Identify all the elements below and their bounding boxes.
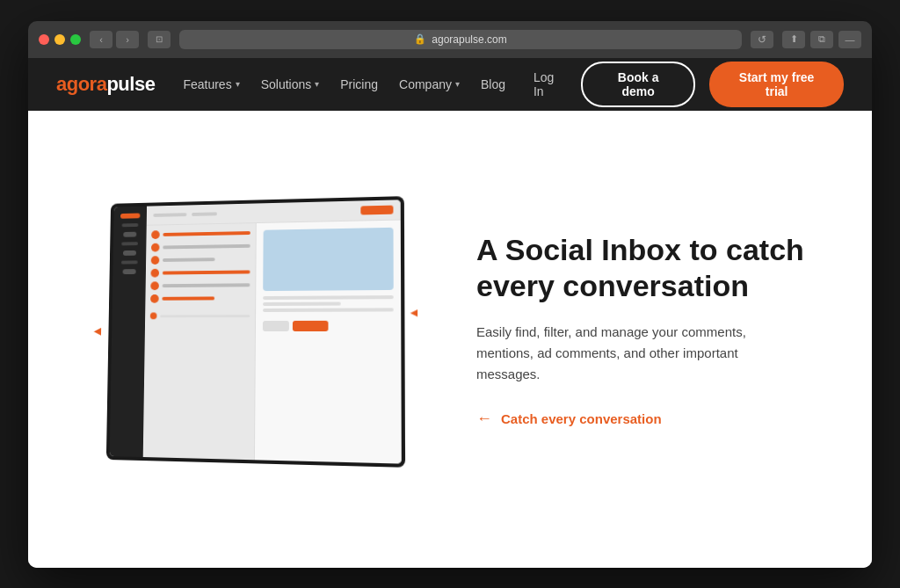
footer-dot xyxy=(150,312,157,319)
back-button[interactable]: ‹ xyxy=(90,31,112,48)
cta-label: Catch every conversation xyxy=(501,411,662,426)
list-item xyxy=(150,280,250,290)
detail-line xyxy=(263,308,394,312)
right-arrow-icon: ◂ xyxy=(410,303,418,321)
start-trial-button[interactable]: Start my free trial xyxy=(709,62,844,107)
browser-right-buttons: ⬆ ⧉ — xyxy=(782,31,861,48)
mockup-outer xyxy=(106,196,405,468)
detail-line xyxy=(263,295,394,300)
sidebar-item xyxy=(122,223,139,227)
detail-buttons xyxy=(263,320,394,330)
tab-button[interactable]: ⊡ xyxy=(148,31,171,48)
hero-cta-link[interactable]: ← Catch every conversation xyxy=(476,410,819,428)
close-button[interactable] xyxy=(39,34,49,45)
list-item xyxy=(151,229,250,239)
list-item xyxy=(150,294,250,303)
sidebar-item xyxy=(123,231,136,236)
login-button[interactable]: Log In xyxy=(533,70,567,98)
detail-image xyxy=(263,227,394,290)
sidebar-item xyxy=(121,260,138,264)
sidebar-item xyxy=(120,213,141,218)
site-navigation: agorapulse Features ▾ Solutions ▾ Pricin… xyxy=(28,58,872,111)
nav-blog[interactable]: Blog xyxy=(481,77,505,91)
hero-section: ◂ ◂ A Social Inbox to catch every conver… xyxy=(28,111,872,568)
list-line xyxy=(163,231,250,236)
hero-content: A Social Inbox to catch every conversati… xyxy=(459,232,819,428)
logo-agora: agora xyxy=(56,73,106,95)
chevron-down-icon: ▾ xyxy=(315,79,319,89)
nav-links: Features ▾ Solutions ▾ Pricing Company ▾… xyxy=(183,77,505,91)
list-dot xyxy=(150,294,159,302)
address-bar[interactable]: 🔒 agorapulse.com xyxy=(179,30,742,49)
mockup-sidebar xyxy=(110,206,147,456)
maximize-button[interactable] xyxy=(70,34,81,45)
detail-btn-orange xyxy=(293,320,329,330)
chevron-down-icon: ▾ xyxy=(455,79,460,89)
left-arrow-icon: ◂ xyxy=(94,321,102,339)
hero-description: Easily find, filter, and manage your com… xyxy=(476,322,775,385)
list-item xyxy=(150,267,250,277)
list-item xyxy=(151,241,250,251)
mockup-detail xyxy=(255,220,402,463)
browser-window: ‹ › ⊡ 🔒 agorapulse.com ↺ ⬆ ⧉ — agorapuls… xyxy=(28,21,872,568)
nav-pricing[interactable]: Pricing xyxy=(340,77,378,91)
list-footer xyxy=(150,312,250,319)
nav-company[interactable]: Company ▾ xyxy=(399,77,460,91)
site-logo[interactable]: agorapulse xyxy=(56,73,155,96)
share-button[interactable]: ⬆ xyxy=(782,31,805,48)
list-dot xyxy=(151,243,160,251)
app-mockup: ◂ ◂ xyxy=(106,196,405,468)
forward-button[interactable]: › xyxy=(116,31,139,48)
sidebar-item xyxy=(123,250,136,255)
header-button xyxy=(360,205,393,214)
list-dot xyxy=(150,281,159,290)
detail-lines xyxy=(263,295,394,312)
lock-icon: 🔒 xyxy=(414,33,426,45)
url-text: agorapulse.com xyxy=(432,33,506,46)
detail-btn-gray xyxy=(263,320,289,330)
list-line xyxy=(163,243,250,249)
sidebar-item xyxy=(123,269,136,274)
mockup-content xyxy=(143,220,402,463)
header-bar xyxy=(192,212,217,216)
list-line xyxy=(163,258,214,262)
detail-line xyxy=(263,301,340,305)
nav-features[interactable]: Features ▾ xyxy=(183,77,239,91)
browser-nav-buttons: ‹ › xyxy=(90,31,139,48)
list-dot xyxy=(151,230,160,239)
browser-chrome: ‹ › ⊡ 🔒 agorapulse.com ↺ ⬆ ⧉ — xyxy=(28,21,872,58)
browser-page: agorapulse Features ▾ Solutions ▾ Pricin… xyxy=(28,58,872,568)
book-demo-button[interactable]: Book a demo xyxy=(581,62,695,107)
list-item xyxy=(151,254,250,264)
cta-arrow-icon: ← xyxy=(476,410,492,428)
traffic-lights xyxy=(39,34,81,45)
chevron-down-icon: ▾ xyxy=(236,79,240,89)
mockup-main-area xyxy=(143,200,402,463)
mockup-list xyxy=(143,223,257,460)
nav-solutions[interactable]: Solutions ▾ xyxy=(261,77,320,91)
mockup-inner xyxy=(110,200,402,463)
hero-title: A Social Inbox to catch every conversati… xyxy=(476,232,819,304)
list-dot xyxy=(150,268,159,277)
logo-pulse: pulse xyxy=(106,73,155,95)
minimize-button[interactable] xyxy=(54,34,65,45)
more-button[interactable]: — xyxy=(838,31,861,48)
tabs-button[interactable]: ⧉ xyxy=(810,31,833,48)
reload-button[interactable]: ↺ xyxy=(751,31,773,48)
list-dot xyxy=(151,256,160,265)
nav-actions: Log In Book a demo Start my free trial xyxy=(533,62,844,107)
hero-illustration: ◂ ◂ xyxy=(81,199,424,462)
sidebar-item xyxy=(121,242,138,245)
header-bar xyxy=(153,213,186,217)
list-line xyxy=(163,270,250,274)
list-line xyxy=(162,296,214,300)
footer-line xyxy=(160,314,250,316)
list-line xyxy=(163,283,250,287)
